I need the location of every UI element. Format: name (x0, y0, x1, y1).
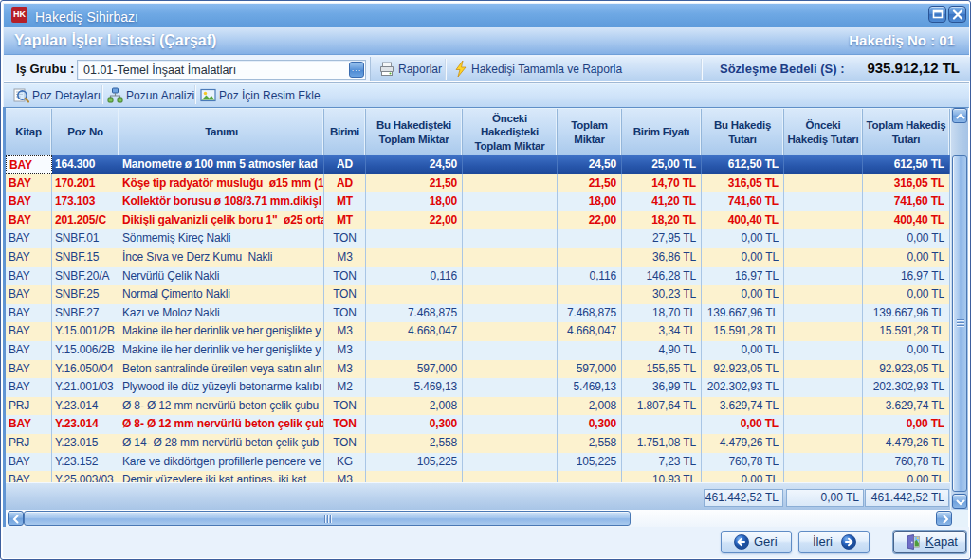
poz-detaylari-button[interactable]: Poz Detayları (13, 83, 97, 107)
close-button[interactable] (948, 6, 966, 23)
column-header-birimi[interactable]: Birimi (324, 109, 366, 155)
maximize-button[interactable] (928, 6, 946, 23)
cell-birim: AD (324, 174, 366, 193)
cell-kitap: BAY (6, 155, 52, 174)
cell-onceki_tutar (784, 285, 863, 304)
cell-onceki_miktar (463, 434, 558, 453)
table-row[interactable]: BAYY.15.006/2BMakine ile her derinlik ve… (6, 341, 950, 360)
column-header-birim-fiyati[interactable]: Birim Fiyatı (622, 109, 702, 155)
resim-ekle-button[interactable]: Poz İçin Resim Ekle (200, 83, 314, 107)
ileri-button[interactable]: İleri (798, 531, 870, 553)
cell-bu_miktar: 7.468,875 (366, 304, 463, 323)
table-row[interactable]: PRJY.23.015Ø 14- Ø 28 mm nervürlü beton … (6, 434, 950, 453)
table-row[interactable]: BAY164.300Manometre ø 100 mm 5 atmosfer … (6, 155, 950, 174)
kapat-label: Kapat (925, 534, 958, 549)
cell-bu_tutar: 0,00 TL (702, 248, 784, 267)
table-row[interactable]: BAYY.15.001/2BMakine ile her derinlik ve… (6, 322, 950, 341)
cell-toplam_miktar (558, 341, 622, 360)
column-header-poz-no[interactable]: Poz No (52, 109, 119, 155)
cell-toplam_tutar: 316,05 TL (863, 174, 950, 193)
pozun-analizi-label: Pozun Analizi (126, 89, 194, 102)
cell-birim_fiyat: 1.751,08 TL (622, 434, 702, 453)
table-row[interactable]: BAYSNBF.20/ANervürlü Çelik NakliTON0,116… (6, 267, 950, 286)
cell-bu_tutar: 612,50 TL (702, 155, 784, 174)
table-row[interactable]: BAYSNBF.27Kazı ve Moloz NakliTON7.468,87… (6, 304, 950, 323)
cell-kitap: BAY (6, 360, 52, 379)
cell-bu_miktar: 24,50 (366, 155, 463, 174)
cell-birim: KG (324, 453, 366, 472)
cell-poz: Y.23.152 (52, 453, 119, 472)
cell-poz: Y.15.001/2B (52, 322, 119, 341)
cell-birim: MT (324, 211, 366, 230)
cell-kitap: BAY (6, 415, 52, 434)
app-icon: HK (11, 7, 27, 23)
is-grubu-combobox[interactable]: 01.01-Temel İnşaat İmalatları ... (77, 60, 366, 80)
table-row[interactable]: BAYY.23.014Ø 8- Ø 12 mm nervürlü beton ç… (6, 415, 950, 434)
column-header-bu-miktar[interactable]: Bu Hakedişteki Toplam Miktar (366, 109, 463, 155)
table-row[interactable]: PRJY.23.014Ø 8- Ø 12 mm nervürlü beton ç… (6, 397, 950, 416)
cell-poz: Y.23.014 (52, 397, 119, 416)
cell-bu_miktar: 2,008 (366, 397, 463, 416)
vertical-scrollbar[interactable] (951, 108, 968, 510)
cell-onceki_tutar (784, 360, 863, 379)
raporlar-button[interactable]: Raporlar (375, 57, 443, 81)
cell-onceki_miktar (463, 192, 558, 211)
exit-door-icon (906, 534, 921, 550)
table-row[interactable]: BAY170.201Köşe tip radyatör musluğu ø15 … (6, 174, 950, 193)
cell-bu_tutar: 92.923,05 TL (702, 360, 784, 379)
vertical-scrollbar-thumb[interactable] (952, 155, 967, 492)
horizontal-scrollbar[interactable] (6, 510, 950, 527)
geri-button[interactable]: Geri (721, 531, 792, 553)
table-row[interactable]: BAY201.205/CDikişli galvanizli çelik bor… (6, 211, 950, 230)
browse-button[interactable]: ... (349, 62, 364, 78)
cell-birim_fiyat: 146,28 TL (622, 267, 702, 286)
scroll-down-button[interactable] (952, 494, 967, 509)
cell-tanim: Manometre ø 100 mm 5 atmosfer kad (119, 155, 324, 174)
column-header-toplam-tutari[interactable]: Toplam Hakediş Tutarı (863, 109, 950, 155)
scroll-right-button[interactable] (936, 511, 952, 526)
analysis-icon (107, 87, 123, 103)
cell-tanim: Beton santralinde üretilen veya satın al… (119, 360, 324, 379)
cell-toplam_tutar: 741,60 TL (863, 192, 950, 211)
column-header-kitap[interactable]: Kitap (6, 109, 52, 155)
pozun-analizi-button[interactable]: Pozun Analizi (107, 83, 187, 107)
cell-bu_tutar: 741,60 TL (702, 192, 784, 211)
column-header-bu-tutari[interactable]: Bu Hakediş Tutarı (702, 109, 784, 155)
table-row[interactable]: BAYY.25.003/03Demir yüzeylere iki kat an… (6, 471, 950, 482)
cell-kitap: BAY (6, 304, 52, 323)
tamamla-button[interactable]: Hakedişi Tamamla ve Raporla (450, 57, 669, 81)
table-row[interactable]: BAYY.16.050/04Beton santralinde üretilen… (6, 360, 950, 379)
cell-onceki_tutar (784, 267, 863, 286)
cell-bu_miktar: 21,50 (366, 174, 463, 193)
cell-kitap: BAY (6, 322, 52, 341)
cell-poz: SNBF.01 (52, 229, 119, 248)
table-row[interactable]: BAYSNBF.01Sönmemiş Kireç NakliTON27,95 T… (6, 229, 950, 248)
scroll-up-button[interactable] (952, 108, 967, 123)
cell-onceki_tutar (784, 415, 863, 434)
cell-toplam_miktar: 5.469,13 (558, 378, 622, 397)
page-title: Yapılan İşler Listesi (Çarşaf) (14, 32, 216, 49)
cell-toplam_tutar: 0,00 TL (863, 471, 950, 482)
chevron-right-icon (942, 515, 949, 524)
geri-label: Geri (754, 534, 778, 549)
column-header-tanimi[interactable]: Tanımı (119, 109, 324, 155)
kapat-button[interactable]: Kapat (893, 531, 966, 553)
table-row[interactable]: BAYSNBF.25Normal Çimento NakliTON30,23 T… (6, 285, 950, 304)
cell-onceki_miktar (463, 155, 558, 174)
cell-birim: TON (324, 304, 366, 323)
horizontal-scrollbar-thumb[interactable] (24, 511, 631, 526)
cell-kitap: BAY (6, 192, 52, 211)
table-row[interactable]: BAYSNBF.15İnce Sıva ve Derz Kumu NakliM3… (6, 248, 950, 267)
cell-birim: MT (324, 192, 366, 211)
scroll-left-button[interactable] (8, 511, 24, 526)
cell-birim_fiyat: 7,23 TL (622, 453, 702, 472)
grid-body: BAY164.300Manometre ø 100 mm 5 atmosfer … (6, 155, 950, 482)
table-row[interactable]: BAYY.21.001/03Plywood ile düz yüzeyli be… (6, 378, 950, 397)
cell-bu_miktar: 105,225 (366, 453, 463, 472)
column-header-onceki-miktar[interactable]: Önceki Hakedişteki Toplam Miktar (463, 109, 558, 155)
column-header-onceki-tutari[interactable]: Önceki Hakediş Tutarı (784, 109, 863, 155)
cell-birim_fiyat: 25,00 TL (622, 155, 702, 174)
table-row[interactable]: BAYY.23.152Kare ve dikdörtgen profillerl… (6, 453, 950, 472)
column-header-toplam-miktar[interactable]: Toplam Miktar (558, 109, 622, 155)
table-row[interactable]: BAY173.103Kollektör borusu ø 108/3.71 mm… (6, 192, 950, 211)
